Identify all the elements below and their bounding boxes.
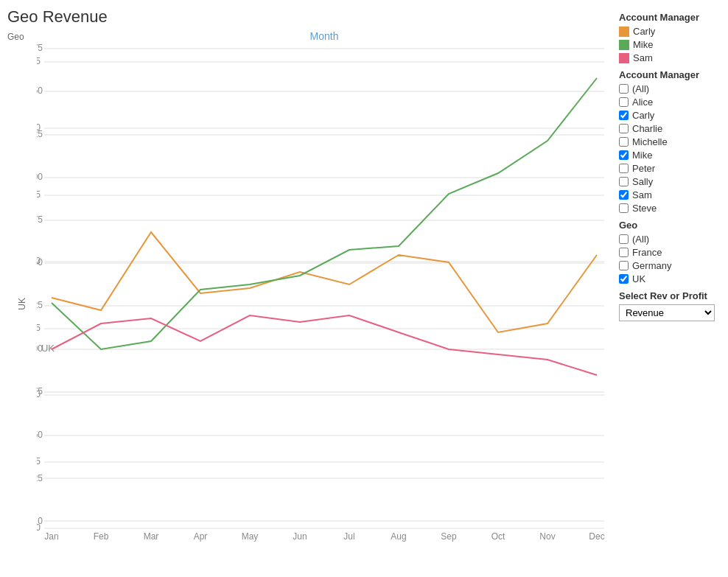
svg-text:225: 225: [37, 129, 43, 139]
filter-geo-all[interactable]: (All): [619, 234, 722, 245]
sidebar: Account Manager Carly Mike Sam Account M…: [612, 0, 728, 577]
filter-label-peter: Peter: [632, 163, 655, 174]
filter-all[interactable]: (All): [619, 83, 722, 94]
svg-text:Jun: Jun: [293, 531, 307, 542]
checkbox-france[interactable]: [619, 248, 629, 257]
filter-label-alice: Alice: [632, 97, 653, 108]
filter-france[interactable]: France: [619, 247, 722, 258]
checkbox-all[interactable]: [619, 84, 629, 94]
legend-item-sam: Sam: [619, 52, 722, 63]
chart-title: Geo Revenue: [7, 7, 612, 27]
svg-text:Jan: Jan: [44, 531, 58, 542]
checkbox-sally[interactable]: [619, 177, 629, 186]
geo-filter-title: Geo: [619, 220, 722, 231]
svg-text:25: 25: [37, 473, 43, 483]
svg-text:175: 175: [37, 56, 41, 66]
svg-text:150: 150: [37, 257, 43, 267]
svg-text:50: 50: [37, 430, 43, 440]
filter-uk[interactable]: UK: [619, 273, 722, 284]
svg-text:May: May: [242, 531, 259, 542]
svg-text:Jul: Jul: [343, 531, 354, 542]
filter-label-france: France: [632, 247, 662, 258]
checkbox-charlie[interactable]: [619, 124, 629, 133]
checkbox-peter[interactable]: [619, 164, 629, 173]
legend-label-mike: Mike: [633, 39, 653, 50]
filter-label-steve: Steve: [632, 203, 657, 214]
legend-item-mike: Mike: [619, 39, 722, 50]
filter-peter[interactable]: Peter: [619, 163, 722, 174]
mike-color-swatch: [619, 40, 629, 50]
filter-label-charlie: Charlie: [632, 123, 662, 134]
filter-label-sally: Sally: [632, 176, 653, 187]
filter-michelle[interactable]: Michelle: [619, 136, 722, 147]
svg-text:Apr: Apr: [194, 531, 208, 542]
svg-text:75: 75: [37, 323, 41, 333]
checkbox-uk[interactable]: [619, 274, 629, 284]
legend-label-sam: Sam: [633, 52, 653, 63]
checkbox-sam[interactable]: [619, 190, 629, 200]
main-chart: 0 25 50 75 100 125 150 175: [37, 42, 612, 565]
legend-item-carly: Carly: [619, 26, 722, 37]
legend-title: Account Manager: [619, 12, 722, 23]
legend-label-carly: Carly: [633, 26, 655, 37]
filter-germany[interactable]: Germany: [619, 260, 722, 271]
checkbox-steve[interactable]: [619, 203, 629, 213]
svg-text:275: 275: [37, 43, 43, 53]
svg-text:Oct: Oct: [491, 531, 505, 542]
filter-carly[interactable]: Carly: [619, 110, 722, 121]
geo-label: Geo: [7, 30, 37, 42]
svg-text:Mar: Mar: [144, 531, 159, 542]
svg-text:25: 25: [37, 456, 41, 466]
svg-text:Sep: Sep: [441, 531, 457, 542]
filter-label-uk: UK: [632, 273, 645, 284]
sam-color-swatch: [619, 53, 629, 63]
svg-text:125: 125: [37, 189, 41, 200]
checkbox-michelle[interactable]: [619, 137, 629, 147]
svg-text:Aug: Aug: [391, 531, 406, 542]
svg-text:200: 200: [37, 172, 43, 182]
carly-color-swatch: [619, 27, 629, 37]
checkbox-alice[interactable]: [619, 97, 629, 107]
filter-sam[interactable]: Sam: [619, 189, 722, 200]
filter-charlie[interactable]: Charlie: [619, 123, 722, 134]
svg-text:75: 75: [37, 386, 43, 396]
revenue-select-label: Select Rev or Profit: [619, 290, 722, 301]
filter-label-all: (All): [632, 83, 649, 94]
svg-text:Dec: Dec: [589, 531, 604, 542]
x-axis-title: Month: [37, 30, 612, 42]
checkbox-mike[interactable]: [619, 150, 629, 160]
revenue-profit-select[interactable]: Revenue Profit: [619, 304, 715, 321]
svg-text:250: 250: [37, 85, 43, 96]
filter-label-mike: Mike: [632, 150, 652, 161]
svg-text:175: 175: [37, 214, 43, 225]
svg-text:Nov: Nov: [539, 531, 555, 542]
filter-label-germany: Germany: [632, 260, 671, 271]
filter-mike[interactable]: Mike: [619, 150, 722, 161]
svg-text:125: 125: [37, 300, 43, 310]
checkbox-carly[interactable]: [619, 111, 629, 120]
y-axis-label: UK: [17, 298, 27, 310]
checkbox-germany[interactable]: [619, 261, 629, 270]
filter-sally[interactable]: Sally: [619, 176, 722, 187]
account-manager-filter-title: Account Manager: [619, 69, 722, 80]
svg-text:0: 0: [38, 516, 43, 526]
filter-alice[interactable]: Alice: [619, 97, 722, 108]
filter-label-carly: Carly: [632, 110, 654, 121]
svg-text:Feb: Feb: [94, 531, 109, 542]
filter-steve[interactable]: Steve: [619, 203, 722, 214]
filter-label-geo-all: (All): [632, 234, 649, 245]
filter-label-sam: Sam: [632, 189, 652, 200]
filter-label-michelle: Michelle: [632, 136, 668, 147]
checkbox-geo-all[interactable]: [619, 234, 629, 244]
